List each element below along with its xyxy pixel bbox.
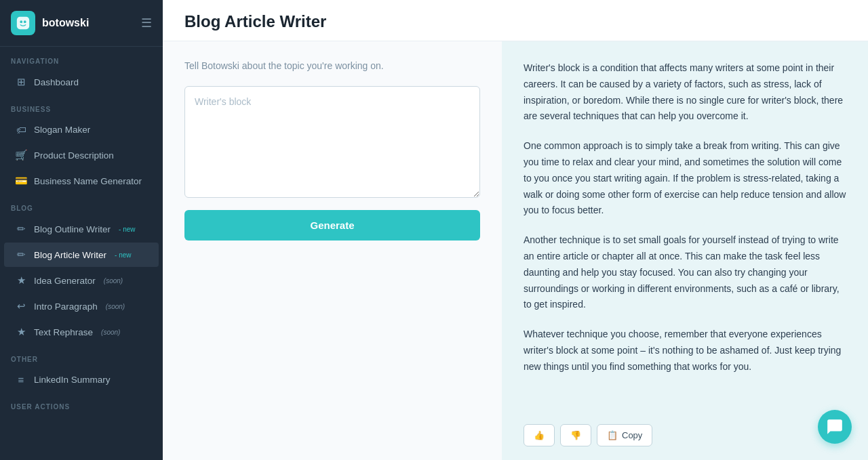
sidebar-item-blog-article-writer[interactable]: ✏ Blog Article Writer - new [4, 243, 159, 267]
sidebar-item-intro-paragraph[interactable]: ↩ Intro Paragraph (soon) [4, 294, 159, 318]
page-title: Blog Article Writer [184, 12, 846, 31]
edit-icon: ✏ [15, 249, 27, 261]
list-icon: ≡ [15, 374, 27, 385]
main-content: Blog Article Writer Tell Botowski about … [163, 0, 868, 460]
rephrase-icon: ★ [15, 326, 27, 338]
svg-point-2 [24, 20, 26, 23]
output-panel: Writer's block is a condition that affec… [502, 41, 868, 460]
new-badge: - new [119, 226, 135, 233]
sidebar-item-text-rephrase[interactable]: ★ Text Rephrase (soon) [4, 320, 159, 344]
generate-button[interactable]: Generate [184, 210, 480, 241]
edit-icon: ✏ [15, 223, 27, 235]
new-badge: - new [115, 251, 131, 259]
sidebar-item-idea-generator[interactable]: ★ Idea Generator (soon) [4, 268, 159, 293]
soon-badge: (soon) [106, 303, 125, 310]
nav-section-other: OTHER [0, 345, 163, 367]
output-paragraph-3: Another technique is to set small goals … [524, 232, 846, 313]
output-actions: 👍 👎 📋 Copy [524, 424, 652, 446]
dashboard-icon: ⊞ [15, 76, 27, 88]
input-panel: Tell Botowski about the topic you're wor… [163, 41, 502, 460]
main-body: Tell Botowski about the topic you're wor… [163, 41, 868, 460]
logo-area: botowski [11, 11, 89, 35]
thumbs-up-icon: 👍 [534, 430, 545, 440]
svg-rect-0 [17, 17, 29, 29]
sidebar-item-slogan-maker[interactable]: 🏷 Slogan Maker [4, 118, 159, 142]
star-icon: ★ [15, 274, 27, 287]
sidebar-item-linkedin-summary[interactable]: ≡ LinkedIn Summary [4, 368, 159, 392]
svg-point-1 [20, 20, 22, 23]
logo-text: botowski [42, 17, 89, 29]
sidebar-item-label: Text Rephrase [34, 327, 93, 337]
copy-button[interactable]: 📋 Copy [597, 424, 652, 446]
output-paragraph-2: One common approach is to simply take a … [524, 138, 846, 219]
nav-section-user-actions: USER ACTIONS [0, 392, 163, 415]
sidebar-item-label: Dashboard [34, 77, 79, 87]
sidebar-header: botowski ☰ [0, 0, 163, 47]
nav-section-blog: BLOG [0, 194, 163, 216]
cart-icon: 🛒 [15, 149, 27, 161]
nav-section-business: BUSINESS [0, 95, 163, 117]
card-icon: 💳 [15, 175, 27, 187]
return-icon: ↩ [15, 300, 27, 312]
chat-bubble[interactable] [818, 410, 852, 444]
sidebar-item-business-name-generator[interactable]: 💳 Business Name Generator [4, 169, 159, 193]
thumbs-up-button[interactable]: 👍 [524, 424, 555, 446]
nav-section-navigation: NAVIGATION [0, 47, 163, 69]
tag-icon: 🏷 [15, 124, 27, 135]
logo-icon [11, 11, 35, 35]
sidebar: botowski ☰ NAVIGATION ⊞ Dashboard BUSINE… [0, 0, 163, 460]
thumbs-down-icon: 👎 [570, 430, 581, 440]
sidebar-item-label: Blog Outline Writer [34, 224, 111, 234]
sidebar-item-product-description[interactable]: 🛒 Product Description [4, 143, 159, 167]
sidebar-item-label: Blog Article Writer [34, 250, 106, 260]
sidebar-item-label: Slogan Maker [34, 125, 90, 135]
output-paragraph-1: Writer's block is a condition that affec… [524, 60, 846, 125]
main-header: Blog Article Writer [163, 0, 868, 41]
sidebar-item-label: Business Name Generator [34, 176, 142, 186]
sidebar-item-blog-outline-writer[interactable]: ✏ Blog Outline Writer - new [4, 217, 159, 241]
topic-textarea[interactable] [184, 86, 480, 198]
copy-label: Copy [622, 430, 642, 440]
sidebar-item-label: Idea Generator [34, 276, 96, 286]
sidebar-item-label: Intro Paragraph [34, 301, 98, 312]
hamburger-icon[interactable]: ☰ [141, 16, 152, 30]
thumbs-down-button[interactable]: 👎 [560, 424, 591, 446]
sidebar-item-label: LinkedIn Summary [34, 375, 111, 385]
sidebar-item-label: Product Description [34, 150, 114, 161]
copy-icon: 📋 [607, 430, 618, 440]
output-paragraph-4: Whatever technique you choose, remember … [524, 327, 846, 375]
soon-badge: (soon) [101, 329, 120, 336]
input-subtitle: Tell Botowski about the topic you're wor… [184, 60, 480, 71]
soon-badge: (soon) [104, 277, 123, 285]
sidebar-item-dashboard[interactable]: ⊞ Dashboard [4, 70, 159, 94]
